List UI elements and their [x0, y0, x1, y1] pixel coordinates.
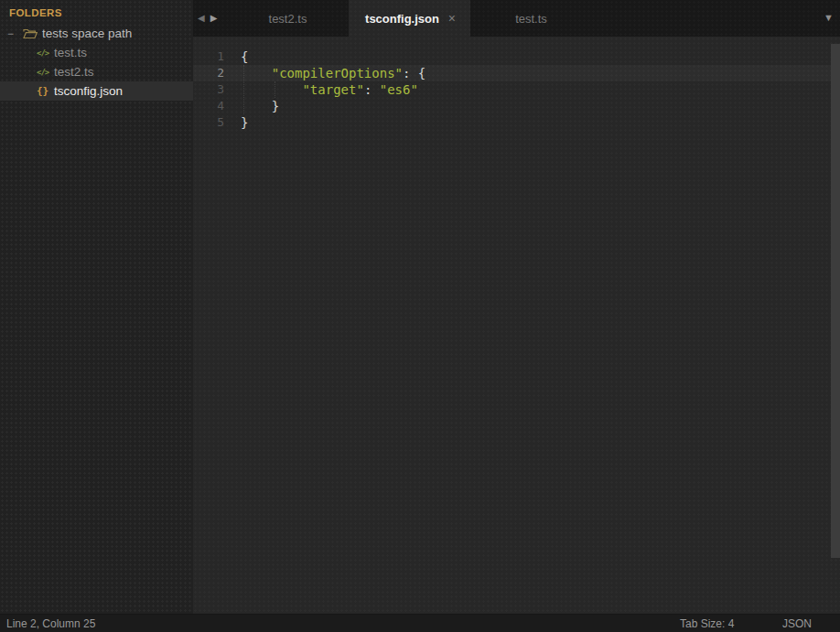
code-token: { — [241, 49, 248, 64]
code-token: "es6" — [380, 82, 418, 97]
code-token: "compilerOptions" — [272, 66, 403, 80]
open-folder-icon — [23, 28, 42, 39]
syntax-indicator[interactable]: JSON — [782, 617, 812, 630]
line-number: 4 — [193, 98, 224, 114]
main-area: ◀ ▶ test2.ts tsconfig.json × test.ts ▼ 1… — [193, 0, 840, 614]
code-line[interactable]: 5 } — [193, 114, 840, 131]
file-name: test2.ts — [54, 65, 94, 79]
line-number: 3 — [193, 81, 224, 98]
ts-file-icon: </> — [37, 48, 54, 58]
sublime-text-window: { "sidebar": { "header": "FOLDERS", "fol… — [0, 0, 840, 632]
tab-bar: ◀ ▶ test2.ts tsconfig.json × test.ts ▼ — [193, 0, 840, 37]
code-line[interactable]: 3 "target": "es6" — [193, 81, 840, 98]
tab-test2-ts[interactable]: test2.ts — [227, 0, 349, 37]
json-file-icon: {} — [37, 85, 54, 97]
tab-label: tsconfig.json — [365, 12, 439, 26]
file-name: tsconfig.json — [54, 84, 123, 98]
tab-tsconfig-json[interactable]: tsconfig.json × — [349, 0, 470, 37]
tab-label: test.ts — [515, 12, 547, 26]
line-number: 5 — [193, 114, 224, 131]
folders-header: FOLDERS — [0, 0, 193, 18]
code-line[interactable]: 1 { — [193, 48, 840, 65]
code-editor[interactable]: 1 { 2 "compilerOptions": { 3 "target": "… — [193, 37, 840, 614]
sidebar-item-tsconfig-json[interactable]: {} tsconfig.json — [0, 81, 193, 101]
code-token — [241, 82, 302, 97]
collapse-icon[interactable]: − — [7, 27, 23, 40]
code-line[interactable]: 4 } — [193, 98, 840, 114]
tab-size-indicator[interactable]: Tab Size: 4 — [680, 617, 734, 630]
tab-overflow-menu-icon[interactable]: ▼ — [824, 12, 834, 23]
cursor-position: Line 2, Column 25 — [6, 617, 95, 630]
line-number: 2 — [193, 65, 224, 81]
code-token: } — [241, 99, 279, 113]
code-token — [241, 66, 272, 80]
code-token: : — [364, 82, 380, 97]
sidebar-item-test-ts[interactable]: </> test.ts — [0, 43, 193, 62]
code-token: : { — [403, 66, 425, 80]
sidebar-folder-tests-space-path[interactable]: − tests space path — [0, 24, 193, 43]
code-token: "target" — [302, 82, 363, 97]
tab-test-ts[interactable]: test.ts — [470, 0, 592, 37]
ts-file-icon: </> — [37, 68, 54, 77]
line-number: 1 — [193, 48, 224, 65]
folder-name: tests space path — [42, 27, 132, 40]
sidebar: FOLDERS − tests space path </> test.ts <… — [0, 0, 193, 614]
code-line-current[interactable]: 2 "compilerOptions": { — [193, 65, 840, 81]
tab-nav-arrows: ◀ ▶ — [193, 0, 227, 37]
vertical-scrollbar[interactable] — [831, 44, 840, 558]
sidebar-item-test2-ts[interactable]: </> test2.ts — [0, 62, 193, 81]
nav-back-icon[interactable]: ◀ — [198, 14, 205, 23]
nav-forward-icon[interactable]: ▶ — [210, 14, 218, 23]
code-token: } — [241, 115, 248, 130]
tab-close-icon[interactable]: × — [448, 12, 456, 25]
tab-label: test2.ts — [269, 12, 307, 26]
status-bar: Line 2, Column 25 Tab Size: 4 JSON — [0, 614, 840, 632]
file-name: test.ts — [54, 46, 87, 59]
